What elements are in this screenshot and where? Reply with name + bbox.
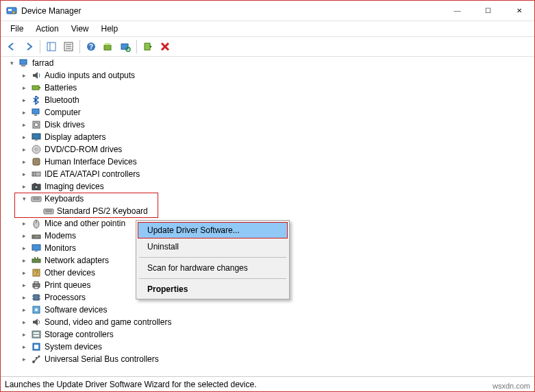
menu-file[interactable]: File (5, 23, 29, 35)
chevron-right-icon[interactable]: ▸ (20, 108, 28, 117)
maximize-button[interactable]: ☐ (473, 1, 503, 21)
svg-rect-28 (33, 158, 40, 165)
network-icon (31, 255, 42, 266)
tree-item[interactable]: ▸ Sound, video and game controllers (18, 316, 532, 328)
chevron-right-icon[interactable]: ▸ (20, 343, 28, 351)
sound-icon (31, 317, 42, 328)
chevron-right-icon[interactable]: ▸ (20, 71, 28, 79)
tree-item-label: Network adapters (45, 256, 109, 265)
chevron-right-icon[interactable]: ▸ (20, 256, 28, 265)
chevron-right-icon[interactable]: ▸ (20, 158, 28, 166)
menu-help[interactable]: Help (96, 23, 124, 35)
tree-item[interactable]: ▸ System devices (18, 341, 532, 353)
tree-item[interactable]: ▸ Display adapters (18, 131, 532, 143)
tree-item[interactable]: ▸ DVD/CD-ROM drives (18, 143, 532, 156)
show-tree-button[interactable] (43, 39, 60, 54)
tree-item-label: Audio inputs and outputs (45, 71, 135, 80)
menu-view[interactable]: View (66, 23, 95, 35)
update-driver-button[interactable] (100, 39, 116, 54)
svg-rect-34 (34, 183, 36, 184)
forward-button[interactable] (21, 39, 37, 54)
svg-rect-20 (32, 109, 39, 114)
chevron-right-icon[interactable]: ▸ (20, 145, 28, 154)
tree-item[interactable]: ▸ Storage controllers (18, 328, 532, 341)
chevron-right-icon[interactable]: ▸ (20, 269, 28, 277)
bluetooth-icon (31, 95, 42, 106)
tree-item[interactable]: ▸ Software devices (18, 304, 532, 316)
chevron-right-icon[interactable]: ▸ (20, 244, 28, 252)
battery-icon (31, 82, 42, 93)
close-button[interactable]: ✕ (503, 1, 534, 21)
tree-item[interactable]: ▸ Imaging devices (18, 180, 532, 193)
tree-item-label: Disk drives (45, 120, 85, 130)
tree-item[interactable]: ▾ Keyboards (18, 193, 532, 205)
svg-point-33 (35, 186, 38, 189)
svg-rect-1 (8, 9, 12, 11)
tree-item-label: Storage controllers (45, 330, 114, 339)
chevron-right-icon[interactable]: ▸ (20, 232, 28, 240)
tree-item[interactable]: ▸ Bluetooth (18, 94, 532, 106)
chevron-right-icon[interactable]: ▸ (20, 133, 28, 141)
monitor-icon (31, 243, 42, 254)
tree-item-label: Universal Serial Bus controllers (45, 354, 159, 364)
tree-root-node[interactable]: ▾ farrad (6, 57, 532, 69)
chevron-right-icon[interactable]: ▸ (20, 306, 28, 314)
tree-item[interactable]: ▸ Human Interface Devices (18, 156, 532, 168)
back-button[interactable] (3, 39, 20, 54)
context-menu-item[interactable]: Uninstall (138, 238, 288, 255)
context-menu-item[interactable]: Properties (138, 281, 288, 297)
chevron-right-icon[interactable]: ▸ (20, 96, 28, 104)
svg-point-23 (34, 123, 38, 127)
svg-rect-48 (32, 259, 40, 262)
context-menu-item[interactable]: Scan for hardware changes (138, 260, 288, 276)
chevron-right-icon[interactable]: ▸ (20, 293, 28, 302)
chevron-right-icon[interactable]: ▸ (20, 219, 28, 228)
chevron-right-icon[interactable]: ▸ (20, 121, 28, 129)
svg-rect-17 (21, 65, 25, 66)
modem-icon (31, 230, 42, 241)
scan-hw-button[interactable] (117, 39, 134, 54)
context-menu-separator (139, 257, 286, 258)
chevron-down-icon[interactable]: ▾ (8, 59, 16, 67)
tree-item[interactable]: ▸ Universal Serial Bus controllers (18, 353, 532, 365)
enable-button[interactable] (140, 39, 156, 54)
svg-rect-63 (32, 331, 40, 338)
tree-item[interactable]: ▸ Disk drives (18, 119, 532, 131)
app-icon (6, 5, 17, 16)
chevron-right-icon[interactable]: ▸ (20, 318, 28, 326)
tree-item[interactable]: ▸ IDE ATA/ATAPI controllers (18, 168, 532, 180)
tree-item[interactable]: ▸ Audio inputs and outputs (18, 69, 532, 82)
computer-icon (18, 58, 29, 69)
svg-text:?: ? (89, 43, 93, 51)
device-tree[interactable]: ▾ farrad ▸ Audio inputs and outputs ▸ Ba… (3, 57, 532, 375)
minimize-button[interactable]: — (442, 1, 473, 21)
chevron-down-icon[interactable]: ▾ (20, 195, 28, 203)
disk-icon (31, 119, 42, 130)
tree-item[interactable]: ▸ Batteries (18, 82, 532, 94)
svg-point-45 (36, 236, 37, 238)
svg-rect-19 (39, 87, 40, 88)
uninstall-button[interactable] (157, 39, 173, 54)
properties-button[interactable] (60, 39, 77, 54)
display-icon (31, 132, 42, 143)
svg-rect-50 (37, 257, 38, 259)
help-button[interactable]: ? (83, 39, 99, 54)
svg-rect-3 (47, 42, 55, 51)
tree-item-label: System devices (45, 342, 102, 352)
svg-rect-16 (20, 60, 27, 64)
tree-item[interactable]: ▸ Computer (18, 106, 532, 119)
context-menu-item[interactable]: Update Driver Software... (138, 222, 288, 238)
tree-item-label: Batteries (45, 83, 77, 93)
tree-item-label: Sound, video and game controllers (45, 317, 171, 327)
chevron-right-icon[interactable]: ▸ (20, 355, 28, 363)
svg-rect-64 (34, 332, 39, 334)
chevron-right-icon[interactable]: ▸ (20, 330, 28, 339)
tree-child-item[interactable]: ▪ Standard PS/2 Keyboard (31, 205, 532, 217)
menu-action[interactable]: Action (30, 23, 64, 35)
chevron-right-icon[interactable]: ▸ (20, 182, 28, 191)
imaging-icon (31, 181, 42, 192)
tree-item-label: Modems (45, 231, 76, 241)
chevron-right-icon[interactable]: ▸ (20, 281, 28, 289)
chevron-right-icon[interactable]: ▸ (20, 170, 28, 178)
chevron-right-icon[interactable]: ▸ (20, 84, 28, 92)
